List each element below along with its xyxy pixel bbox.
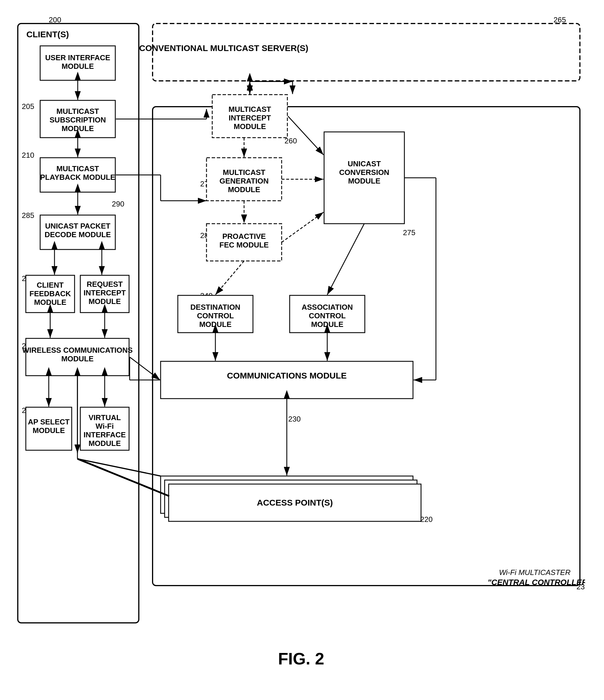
svg-text:MODULE: MODULE (89, 439, 121, 448)
svg-rect-34 (26, 275, 75, 312)
svg-text:UNICAST PACKET: UNICAST PACKET (45, 222, 110, 230)
svg-text:280: 280 (200, 231, 212, 240)
svg-text:DECODE MODULE: DECODE MODULE (45, 230, 111, 239)
svg-text:REQUEST: REQUEST (86, 280, 123, 289)
svg-line-112 (327, 224, 364, 295)
svg-line-117 (77, 459, 169, 496)
svg-text:MODULE: MODULE (348, 177, 381, 185)
svg-text:MULTICAST: MULTICAST (223, 168, 265, 177)
svg-text:CONTROL: CONTROL (197, 311, 234, 320)
svg-line-120 (130, 357, 160, 380)
svg-text:ACCESS POINT(S): ACCESS POINT(S) (257, 498, 333, 507)
svg-text:215: 215 (89, 291, 101, 300)
svg-text:235: 235 (576, 582, 585, 591)
svg-rect-39 (80, 275, 129, 312)
svg-text:MODULE: MODULE (34, 298, 67, 306)
svg-text:MODULE: MODULE (62, 124, 94, 133)
svg-text:AP SELECT: AP SELECT (28, 418, 70, 426)
svg-rect-4 (153, 107, 580, 585)
svg-text:SUBSCRIPTION: SUBSCRIPTION (50, 116, 106, 124)
svg-rect-84 (178, 295, 253, 333)
svg-rect-46 (26, 339, 129, 376)
svg-text:245: 245 (318, 311, 331, 320)
svg-rect-17 (40, 100, 115, 138)
svg-text:265: 265 (554, 16, 566, 24)
svg-text:Wi-Fi MULTICASTER: Wi-Fi MULTICASTER (499, 568, 571, 577)
svg-rect-56 (80, 407, 129, 450)
svg-rect-64 (212, 95, 287, 138)
svg-text:COMMUNICATIONS MODULE: COMMUNICATIONS MODULE (227, 371, 347, 380)
svg-text:210: 210 (22, 151, 34, 159)
svg-rect-13 (40, 46, 115, 80)
svg-text:MODULE: MODULE (33, 426, 65, 435)
svg-text:"CENTRAL CONTROLLER(S)": "CENTRAL CONTROLLER(S)" (487, 578, 585, 587)
svg-text:CONVERSION: CONVERSION (339, 168, 389, 177)
svg-text:Wi-Fi: Wi-Fi (96, 422, 114, 430)
svg-line-110 (282, 212, 324, 242)
svg-text:MODULE: MODULE (199, 320, 232, 329)
svg-text:DESTINATION: DESTINATION (191, 303, 240, 311)
svg-text:VIRTUAL: VIRTUAL (89, 413, 121, 422)
svg-text:MULTICAST: MULTICAST (56, 164, 99, 173)
svg-text:250: 250 (22, 406, 34, 415)
svg-text:275: 275 (403, 228, 415, 237)
svg-line-118 (77, 459, 160, 476)
svg-rect-3 (18, 24, 139, 623)
svg-line-106 (288, 116, 324, 155)
svg-text:290: 290 (112, 200, 124, 208)
svg-rect-74 (324, 132, 404, 224)
svg-text:MODULE: MODULE (234, 122, 266, 131)
svg-text:MODULE: MODULE (62, 62, 94, 71)
svg-text:INTERCEPT: INTERCEPT (83, 289, 126, 297)
svg-rect-29 (40, 215, 115, 249)
svg-text:MULTICAST: MULTICAST (56, 107, 99, 116)
svg-text:295: 295 (22, 274, 34, 283)
svg-rect-23 (40, 158, 115, 192)
svg-text:FEEDBACK: FEEDBACK (29, 289, 71, 298)
svg-text:MODULE: MODULE (89, 297, 121, 306)
svg-text:PROACTIVE: PROACTIVE (222, 232, 266, 241)
svg-text:230: 230 (288, 415, 301, 423)
svg-rect-52 (26, 407, 72, 450)
svg-rect-5 (153, 24, 580, 81)
svg-text:MULTICAST: MULTICAST (229, 105, 271, 114)
svg-text:CONTROL: CONTROL (309, 311, 346, 320)
svg-rect-96 (160, 476, 413, 513)
svg-text:205: 205 (22, 102, 34, 111)
svg-text:240: 240 (200, 291, 212, 300)
svg-text:220: 220 (420, 515, 432, 524)
svg-rect-80 (206, 224, 282, 261)
svg-text:CLIENT: CLIENT (37, 281, 64, 289)
svg-text:ASSOCIATION: ASSOCIATION (302, 303, 353, 311)
diagram: CLIENT(S) 200 265 235 Wi-Fi MULTICASTER … (17, 11, 585, 671)
svg-text:285: 285 (22, 211, 34, 220)
fig-label: FIG. 2 (278, 649, 324, 668)
svg-rect-98 (169, 484, 421, 521)
svg-text:WIRELESS COMMUNICATIONS: WIRELESS COMMUNICATIONS (22, 346, 132, 354)
svg-text:MODULE: MODULE (228, 185, 260, 194)
svg-text:GENERATION: GENERATION (219, 177, 269, 185)
svg-text:270: 270 (200, 179, 212, 188)
svg-text:CONVENTIONAL MULTICAST SERVER(: CONVENTIONAL MULTICAST SERVER(S) (139, 43, 308, 53)
svg-text:200: 200 (49, 16, 61, 24)
svg-rect-89 (290, 295, 365, 333)
svg-text:260: 260 (284, 136, 297, 145)
svg-text:INTERFACE: INTERFACE (83, 430, 126, 439)
svg-text:USER INTERFACE: USER INTERFACE (45, 53, 110, 62)
svg-text:CLIENT(S): CLIENT(S) (26, 29, 69, 39)
svg-text:MODULE: MODULE (311, 320, 344, 329)
svg-rect-97 (165, 480, 417, 517)
svg-rect-70 (206, 158, 282, 201)
svg-text:PLAYBACK MODULE: PLAYBACK MODULE (40, 173, 115, 181)
svg-rect-93 (160, 361, 413, 399)
svg-text:UNICAST: UNICAST (348, 159, 381, 168)
svg-text:225: 225 (22, 342, 34, 350)
svg-text:INTERCEPT: INTERCEPT (229, 114, 271, 122)
svg-text:FEC MODULE: FEC MODULE (219, 241, 269, 249)
svg-text:MODULE: MODULE (61, 354, 94, 363)
svg-text:255: 255 (80, 406, 93, 415)
svg-line-111 (216, 261, 244, 295)
